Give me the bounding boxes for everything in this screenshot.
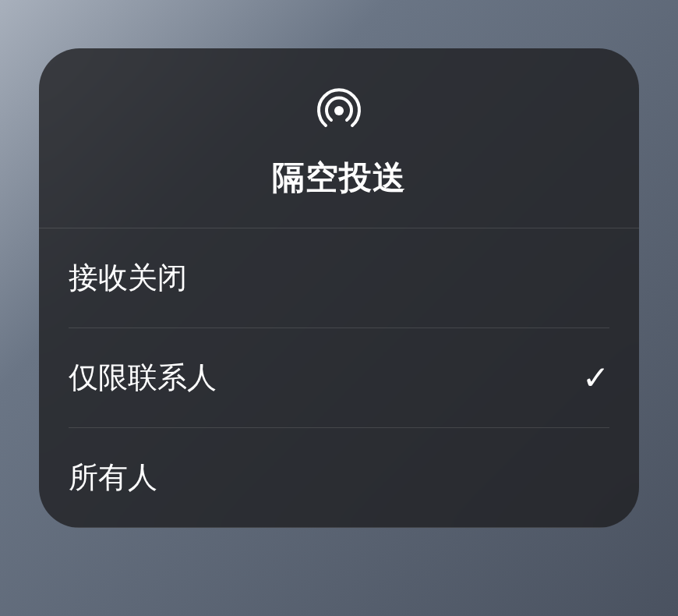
- option-contacts-only[interactable]: 仅限联系人 ✓: [69, 328, 609, 428]
- checkmark-icon: ✓: [582, 359, 609, 397]
- option-everyone[interactable]: 所有人 ✓: [69, 428, 609, 528]
- panel-title: 隔空投送: [272, 156, 406, 200]
- option-label: 仅限联系人: [69, 358, 217, 398]
- option-receiving-off[interactable]: 接收关闭 ✓: [69, 228, 609, 328]
- airdrop-panel: 隔空投送 接收关闭 ✓ 仅限联系人 ✓ 所有人 ✓: [39, 48, 639, 528]
- airdrop-icon: [314, 86, 364, 139]
- option-label: 接收关闭: [69, 258, 187, 298]
- panel-header: 隔空投送: [39, 48, 639, 228]
- svg-point-0: [334, 106, 344, 115]
- options-list: 接收关闭 ✓ 仅限联系人 ✓ 所有人 ✓: [39, 228, 639, 528]
- option-label: 所有人: [69, 458, 157, 497]
